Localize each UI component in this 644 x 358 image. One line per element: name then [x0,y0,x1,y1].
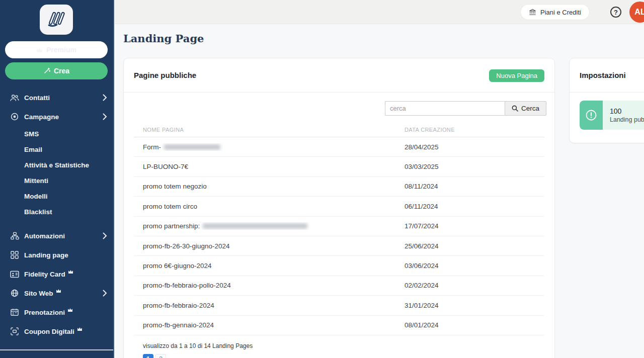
sidebar-item-contatti[interactable]: Contatti [0,88,114,107]
help-button[interactable]: ? [610,7,621,18]
topbar: Piani e Crediti ? AL [115,0,644,24]
creation-date-cell: 25/06/2024 [405,242,544,250]
search-row: Cerca [124,93,554,122]
table-row[interactable]: promo-fb-gennaio-202408/01/2024 [134,316,544,335]
table-row[interactable]: LP-BUONO-7€03/03/2025 [134,157,544,176]
page-name-cell: promo-fb-febbraio-2024 [134,302,405,309]
crea-button[interactable]: Crea [5,62,108,79]
sidebar-divider [0,349,113,350]
page-name-cell: promo totem negozio [134,183,405,190]
card-title: Pagine pubbliche [134,71,196,79]
sitemap-icon [10,231,19,240]
table-row[interactable]: promo-fb-26-30-giugno-202425/06/2024 [134,236,544,256]
table-row[interactable]: promo totem negozio08/11/2024 [134,177,544,197]
sidebar-item-label: Landing page [24,251,68,259]
piani-e-crediti-label: Piani e Crediti [540,9,581,16]
creation-date-cell: 03/06/2024 [405,262,544,270]
target-icon [10,112,19,121]
sidebar-item-campagne[interactable]: Campagne [0,107,114,126]
card-header: Pagine pubbliche Nuova Pagina [124,58,554,93]
credits-value: 100 [610,107,644,115]
sidebar-item-fidelity-card[interactable]: Fidelity Card [0,264,114,284]
sidebar-subitem-attivit-e-statistiche[interactable]: Attività e Statistiche [0,157,114,173]
scan-icon [10,327,19,336]
pagination: 12 [143,354,544,358]
sidebar-subitem-label: SMS [24,130,39,138]
sidebar-item-label: Coupon Digitali [24,328,74,335]
sidebar-item-prenotazioni[interactable]: Prenotazioni [0,303,114,322]
pages-table: NOME PAGINA DATA CREAZIONE Form-28/04/20… [134,122,544,358]
premium-button-label: Premium [46,46,76,54]
page-name-cell: promo-fb-26-30-giugno-2024 [134,242,405,250]
column-header-date: DATA CREAZIONE [405,127,455,133]
creation-date-cell: 03/03/2025 [405,163,544,170]
sidebar-subitem-modelli[interactable]: Modelli [0,189,114,204]
sidebar-nav: ContattiCampagneSMSEmailAttività e Stati… [0,88,114,341]
table-row[interactable]: promo partnership:17/07/2024 [134,217,544,236]
premium-button[interactable]: Premium [5,41,108,58]
crown-icon [67,308,73,312]
crown-icon [56,289,61,293]
column-header-name: NOME PAGINA [143,127,184,133]
settings-title: Impostazioni [570,58,644,93]
chevron-right-icon [103,290,107,297]
redacted-text [164,144,220,150]
table-row[interactable]: Form-28/04/2025 [134,137,544,157]
sidebar-item-label: Contatti [24,94,50,102]
page-title: Landing Page [123,32,204,45]
users-icon [10,93,19,102]
table-footer-text: visualizzo da 1 a 10 di 14 Landing Pages [134,335,544,352]
crea-button-label: Crea [54,67,69,75]
sidebar-item-label: Fidelity Card [24,271,65,278]
table-row[interactable]: promo-fb-febbraio-202431/01/2024 [134,296,544,315]
avatar[interactable]: AL [629,2,644,23]
sidebar-subitem-mittenti[interactable]: Mittenti [0,173,114,189]
page-button-1[interactable]: 1 [143,354,153,358]
brand-monogram-icon [45,8,68,31]
creation-date-cell: 31/01/2024 [405,302,544,309]
sidebar-subitem-label: Blacklist [24,208,52,216]
sidebar-item-label: Campagne [24,113,59,121]
sidebar-item-landing-page[interactable]: Landing page [0,245,114,264]
creation-date-cell: 28/04/2025 [405,143,544,151]
page-button-2[interactable]: 2 [155,354,166,358]
crown-icon [68,270,73,274]
sidebar-item-coupon-digitali[interactable]: Coupon Digitali [0,322,114,341]
creation-date-cell: 06/11/2024 [405,203,544,210]
sidebar-subitem-sms[interactable]: SMS [0,126,114,142]
bank-icon [529,9,536,16]
crown-icon [77,327,83,331]
page-name-cell: promo totem circo [134,203,405,210]
page-name-cell: promo-fb-febbraio-pollo-2024 [134,282,405,289]
help-question-icon: ? [614,9,618,16]
page-name-cell: promo-fb-gennaio-2024 [134,321,405,329]
sidebar-subitem-blacklist[interactable]: Blacklist [0,204,114,220]
grid-icon [10,250,19,259]
credits-text: 100 Landing pubbliche [603,101,644,130]
sidebar-item-label: Automazioni [24,232,65,240]
table-row[interactable]: promo totem circo06/11/2024 [134,197,544,216]
info-exclamation-icon [580,101,603,130]
sidebar-item-automazioni[interactable]: Automazioni [0,226,114,245]
creation-date-cell: 08/11/2024 [405,183,544,190]
search-button[interactable]: Cerca [505,101,546,116]
pages-table-header: NOME PAGINA DATA CREAZIONE [134,122,544,137]
piani-e-crediti-button[interactable]: Piani e Crediti [521,5,589,20]
sidebar-subitem-email[interactable]: Email [0,142,114,157]
creation-date-cell: 17/07/2024 [405,222,544,230]
brand-logo [40,5,73,35]
chevron-right-icon [103,94,107,101]
new-page-button[interactable]: Nuova Pagina [489,69,544,82]
sidebar-subitem-label: Email [24,146,42,153]
credits-banner: 100 Landing pubbliche [580,101,644,130]
magic-wand-icon [43,67,50,74]
sidebar-item-sito-web[interactable]: Sito Web [0,284,114,303]
search-input[interactable] [385,101,505,116]
table-row[interactable]: promo-fb-febbraio-pollo-202402/02/2024 [134,276,544,296]
credits-label: Landing pubbliche [610,116,644,123]
sidebar: Premium Crea ContattiCampagneSMSEmailAtt… [0,0,114,358]
app-window: Premium Crea ContattiCampagneSMSEmailAtt… [0,0,644,358]
table-row[interactable]: promo 6€-giugno-202403/06/2024 [134,256,544,276]
page-name-cell: promo 6€-giugno-2024 [134,262,405,270]
nav-gap [0,220,114,226]
